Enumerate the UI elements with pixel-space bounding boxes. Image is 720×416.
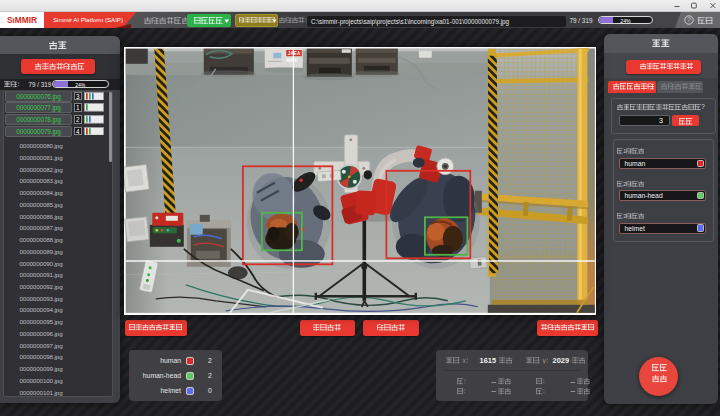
svg-text:JAEA: JAEA [287, 51, 300, 56]
svg-text:1: 1 [623, 148, 626, 154]
svg-text:x: x [462, 357, 466, 364]
svg-text:2: 2 [623, 181, 626, 187]
svg-text:y: y [542, 357, 546, 364]
svg-text:?: ? [701, 104, 704, 110]
svg-text:?: ? [687, 16, 691, 23]
